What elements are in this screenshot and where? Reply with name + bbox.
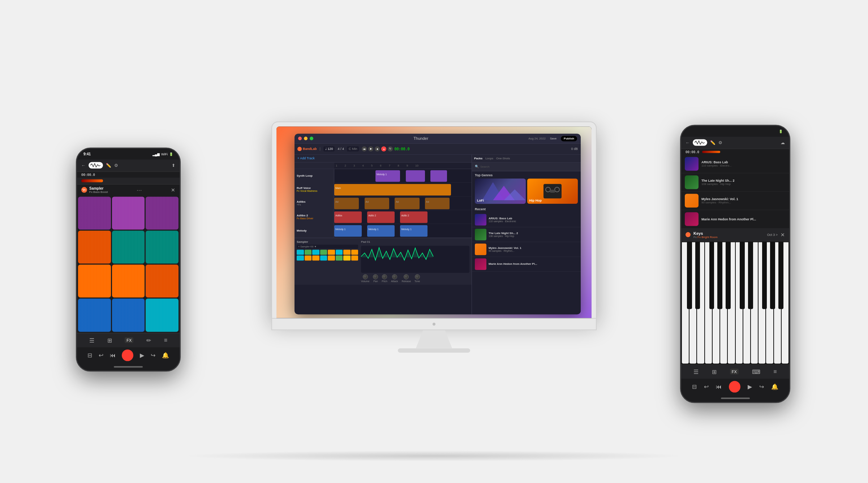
close-icon[interactable]: ✕ — [171, 187, 175, 193]
skip-back-icon[interactable]: ⏮ — [110, 352, 116, 358]
eq-icon[interactable]: ⊟ — [87, 352, 92, 359]
right-redo-icon[interactable]: ↪ — [759, 383, 764, 390]
sp-11[interactable] — [312, 255, 319, 260]
right-metronome-icon[interactable]: 🔔 — [771, 383, 778, 390]
key-e2[interactable] — [751, 242, 758, 363]
piano-keys[interactable] — [681, 241, 789, 364]
back-icon[interactable]: ← — [81, 163, 86, 168]
recent-item-1[interactable]: ARIUS: Bass Lab 110 samples · Electronic — [472, 212, 581, 227]
clip-voice-main[interactable]: Main — [334, 184, 451, 195]
clip-ad-3[interactable]: Ad — [395, 198, 419, 209]
key-d[interactable] — [689, 242, 696, 363]
list-icon[interactable]: ☰ — [89, 337, 94, 344]
maximize-dot[interactable] — [310, 137, 313, 140]
clip-ad-1[interactable]: Ad — [334, 198, 359, 209]
key-b2[interactable] — [782, 242, 788, 363]
right-grid-icon[interactable]: ⊞ — [712, 368, 717, 375]
right-eq-icon[interactable]: ⊟ — [692, 383, 697, 390]
lofi-card[interactable]: LoFi — [475, 178, 525, 204]
sound-item-3[interactable]: Myles Jasnowski: Vol. 1 90 samples · Rhy… — [681, 191, 789, 210]
clip-mel-2[interactable]: Melody 1 — [367, 225, 395, 237]
upload-icon[interactable]: ⬆ — [172, 163, 175, 168]
undo-icon[interactable]: ↩ — [99, 352, 103, 359]
pad-10[interactable] — [78, 299, 111, 332]
right-fx-icon[interactable]: FX — [730, 369, 739, 375]
play-icon[interactable]: ▶ — [140, 352, 144, 359]
track-content-melody[interactable]: Melody 1 Melody 1 Melody 1 — [334, 224, 472, 237]
pad-9[interactable] — [146, 265, 179, 298]
key-a2[interactable] — [774, 242, 781, 363]
pad-grid[interactable] — [77, 195, 180, 333]
rewind-btn[interactable]: ⏮ — [362, 146, 367, 151]
key-c[interactable] — [682, 242, 689, 363]
right-keyboard-icon[interactable]: ⌨ — [752, 368, 760, 375]
attack-knob[interactable] — [392, 274, 397, 279]
add-track-btn[interactable]: + Add Track — [297, 156, 315, 160]
hiphop-card[interactable]: Hip Hop — [527, 178, 578, 204]
record-btn[interactable]: ● — [381, 146, 386, 151]
right-pencil-icon[interactable]: ✏️ — [710, 140, 716, 145]
recent-item-4[interactable]: Marie Ann Hedon from Another Pl... — [472, 257, 581, 272]
grid-icon[interactable]: ⊞ — [107, 337, 112, 344]
sp-3[interactable] — [312, 250, 319, 255]
track-content-synth[interactable]: Melody 1 — [334, 169, 472, 182]
key-g[interactable] — [713, 242, 719, 363]
clip-mel-3[interactable]: Melody 1 — [400, 225, 427, 237]
waveform-icon[interactable] — [89, 162, 103, 169]
sound-item-1[interactable]: ARIUS: Bass Lab 110 samples · Electro... — [681, 155, 789, 173]
loops-tab[interactable]: Loops — [485, 157, 493, 160]
volume-knob[interactable] — [363, 274, 368, 279]
pad-1[interactable] — [78, 197, 111, 229]
pad-3[interactable] — [146, 197, 179, 229]
clip-ad2-3[interactable]: Adlib 2 — [400, 211, 427, 223]
clip-mel-1[interactable]: Melody 1 — [334, 225, 362, 237]
right-menu-icon[interactable]: ≡ — [773, 368, 777, 375]
key-b[interactable] — [728, 242, 735, 363]
sp-1[interactable] — [297, 250, 304, 255]
sp-15[interactable] — [343, 255, 351, 260]
stop-btn[interactable]: ■ — [375, 146, 380, 151]
right-list-icon[interactable]: ☰ — [693, 368, 699, 375]
fx-icon[interactable]: FX — [125, 337, 133, 343]
track-content-voice[interactable]: Main — [334, 183, 472, 196]
pitch-knob[interactable] — [382, 274, 387, 279]
sound-item-4[interactable]: Marie Ann Hedon from Another Pl... — [681, 210, 789, 228]
sp-8[interactable] — [351, 250, 358, 255]
sp-9[interactable] — [297, 255, 304, 260]
gear-icon[interactable]: ⚙ — [114, 163, 118, 168]
close-dot[interactable] — [298, 137, 302, 140]
publish-button[interactable]: Publish — [561, 136, 577, 141]
pad-6[interactable] — [146, 230, 179, 263]
key-g2[interactable] — [766, 242, 773, 363]
release-knob[interactable] — [404, 274, 409, 279]
right-play-icon[interactable]: ▶ — [748, 383, 752, 390]
sound-item-2[interactable]: The Late Night Sh... 2 108 samples · Hip… — [681, 173, 789, 191]
metronome-icon[interactable]: 🔔 — [162, 352, 169, 359]
sp-10[interactable] — [305, 255, 312, 260]
clip-synth-3[interactable] — [430, 170, 447, 182]
tone-knob[interactable] — [415, 274, 420, 279]
menu-icon[interactable]: ≡ — [164, 337, 167, 344]
pad-5[interactable] — [112, 230, 145, 263]
key-c2[interactable] — [736, 242, 743, 363]
clip-ad-2[interactable]: Ad — [365, 198, 389, 209]
sp-12[interactable] — [320, 255, 327, 260]
clip-synth-1[interactable]: Melody 1 — [375, 170, 400, 182]
sp-7[interactable] — [343, 250, 351, 255]
packs-tab[interactable]: Packs — [474, 157, 482, 160]
sp-5[interactable] — [328, 250, 335, 255]
track-content-adlibs2[interactable]: Adlibs Adlib 2 Adlib 2 — [334, 210, 472, 224]
bpm-display[interactable]: ♩ 120 — [323, 146, 335, 151]
right-record-button[interactable] — [729, 381, 740, 392]
sounds-search[interactable]: 🔍 Search — [472, 163, 581, 171]
more-icon[interactable]: ··· — [137, 187, 142, 193]
right-waveform-icon[interactable] — [693, 139, 707, 146]
sp-13[interactable] — [328, 255, 335, 260]
play-btn[interactable]: ▶ — [368, 146, 373, 151]
oct-label[interactable]: Oct 3 > — [767, 233, 778, 237]
key-display[interactable]: C Min — [347, 146, 359, 151]
record-button[interactable] — [122, 349, 133, 361]
right-skip-back-icon[interactable]: ⏮ — [716, 383, 722, 390]
pad-12[interactable] — [146, 299, 179, 332]
track-content-adlibs[interactable]: Ad Ad Ad Ad — [334, 197, 472, 210]
